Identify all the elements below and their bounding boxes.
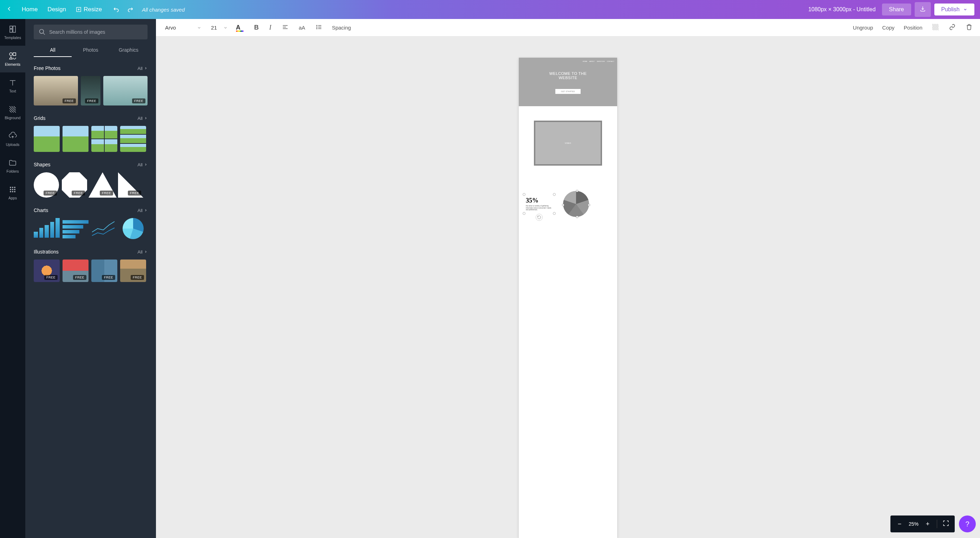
resize-label: Resize [84, 6, 102, 13]
document-title[interactable]: 1080px × 3000px - Untitled [808, 6, 876, 13]
home-link[interactable]: Home [17, 3, 43, 16]
resize-icon [76, 7, 81, 12]
publish-button[interactable]: Publish [934, 3, 974, 16]
topbar: Home Design Resize All changes saved 108… [0, 0, 980, 19]
design-link[interactable]: Design [43, 3, 71, 16]
download-button[interactable] [915, 2, 931, 17]
resize-button[interactable]: Resize [71, 3, 107, 16]
undo-icon[interactable] [113, 6, 120, 13]
save-status: All changes saved [142, 7, 185, 13]
redo-icon[interactable] [126, 6, 134, 13]
publish-label: Publish [941, 6, 959, 13]
chevron-down-icon [963, 7, 967, 11]
share-button[interactable]: Share [882, 3, 911, 16]
back-arrow-icon[interactable] [6, 5, 13, 14]
